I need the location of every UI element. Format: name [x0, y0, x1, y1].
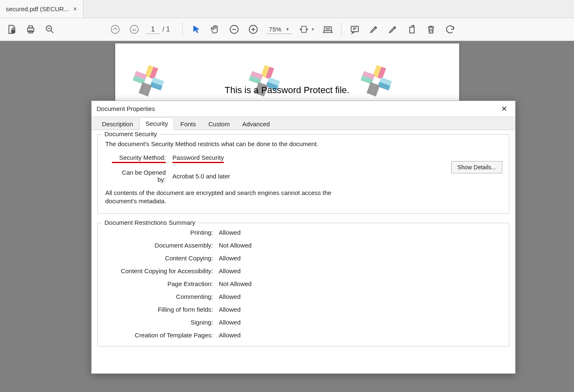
page-down-icon[interactable]: [125, 20, 143, 38]
eraser-icon[interactable]: [384, 20, 402, 38]
close-icon[interactable]: ✕: [498, 104, 510, 113]
page-content-text: This is a Password Protect file.: [115, 85, 459, 96]
tab-fonts[interactable]: Fonts: [174, 118, 202, 130]
zoom-dropdown[interactable]: 75% ▼: [266, 25, 292, 34]
highlight-icon[interactable]: [365, 20, 383, 38]
restriction-value: Allowed: [219, 293, 501, 300]
restriction-value: Allowed: [219, 229, 501, 236]
restriction-value: Not Allowed: [219, 280, 501, 287]
restrictions-section: Document Restrictions Summary Printing: …: [97, 223, 509, 346]
restriction-label: Page Extraction:: [105, 280, 213, 287]
close-tab-icon[interactable]: ×: [73, 5, 77, 13]
page-up-icon[interactable]: [106, 20, 124, 38]
section-title: Document Security: [102, 130, 160, 137]
print-icon[interactable]: [22, 20, 40, 38]
secure-icon[interactable]: [2, 20, 21, 38]
restriction-value: Allowed: [219, 267, 501, 274]
tab-advanced[interactable]: Advanced: [236, 118, 276, 130]
restriction-label: Content Copying:: [105, 255, 213, 262]
svg-rect-10: [324, 27, 331, 31]
security-description: The document's Security Method restricts…: [105, 140, 501, 147]
security-method-label: Security Method:: [112, 154, 166, 163]
tab-custom[interactable]: Custom: [202, 118, 236, 130]
document-tab-bar: secured.pdf (SECUR... ×: [0, 0, 574, 18]
main-toolbar: / 1 75% ▼ ▼: [0, 18, 574, 41]
restriction-value: Allowed: [219, 255, 501, 262]
restriction-label: Commenting:: [105, 293, 213, 300]
pointer-icon[interactable]: [187, 20, 205, 38]
opened-by-value: Acrobat 5.0 and later: [172, 173, 230, 180]
security-note: All contents of the document are encrypt…: [105, 189, 362, 206]
tab-security[interactable]: Security: [139, 117, 174, 130]
section-title: Document Restrictions Summary: [102, 219, 198, 226]
toolbar-separator: [182, 22, 183, 36]
svg-rect-12: [409, 27, 414, 33]
typewriter-icon[interactable]: [319, 20, 337, 38]
delete-icon[interactable]: [422, 20, 440, 38]
svg-point-6: [130, 25, 138, 34]
search-icon[interactable]: [41, 20, 59, 38]
restriction-value: Allowed: [219, 319, 501, 326]
dialog-body: Document Security The document's Securit…: [92, 130, 515, 373]
restriction-value: Allowed: [219, 306, 501, 313]
rotate-icon[interactable]: [441, 20, 459, 38]
dialog-tabs: Description Security Fonts Custom Advanc…: [92, 117, 515, 130]
toolbar-separator: [341, 22, 341, 36]
security-method-value: Password Security: [172, 154, 224, 163]
svg-rect-2: [29, 26, 33, 28]
restriction-label: Printing:: [105, 229, 213, 236]
chevron-down-icon: ▼: [311, 27, 315, 31]
opened-by-label: Can be Opened by:: [112, 169, 166, 183]
tab-description[interactable]: Description: [96, 118, 139, 130]
svg-rect-0: [11, 30, 15, 33]
restriction-value: Allowed: [219, 332, 501, 339]
restriction-label: Creation of Template Pages:: [105, 332, 213, 339]
zoom-in-icon[interactable]: [244, 20, 262, 38]
restriction-label: Content Copying for Accessibility:: [105, 267, 213, 274]
hand-icon[interactable]: [206, 20, 224, 38]
comment-icon[interactable]: [346, 20, 364, 38]
dialog-titlebar: Document Properties ✕: [92, 101, 515, 117]
chevron-down-icon: ▼: [286, 27, 290, 31]
page-number-input[interactable]: [146, 25, 160, 34]
restrictions-grid: Printing: Allowed Document Assembly: Not…: [105, 229, 501, 339]
restriction-label: Filling of form fields:: [105, 306, 213, 313]
restriction-label: Document Assembly:: [105, 242, 213, 249]
dialog-title: Document Properties: [97, 105, 155, 112]
restriction-label: Signing:: [105, 319, 213, 326]
svg-rect-9: [302, 26, 306, 33]
document-tab[interactable]: secured.pdf (SECUR... ×: [0, 0, 83, 18]
restriction-value: Not Allowed: [219, 242, 501, 249]
rotate-page-icon[interactable]: [403, 20, 421, 38]
page-separator: / 1: [162, 26, 170, 33]
document-properties-dialog: Document Properties ✕ Description Securi…: [91, 101, 516, 374]
zoom-value: 75%: [269, 26, 281, 33]
document-tab-title: secured.pdf (SECUR...: [6, 5, 69, 12]
svg-point-5: [111, 25, 119, 34]
svg-rect-11: [351, 26, 358, 31]
fit-width-icon[interactable]: ▼: [296, 20, 318, 38]
document-security-section: Document Security The document's Securit…: [97, 134, 509, 214]
show-details-button[interactable]: Show Details...: [451, 161, 502, 173]
zoom-out-icon[interactable]: [225, 20, 243, 38]
